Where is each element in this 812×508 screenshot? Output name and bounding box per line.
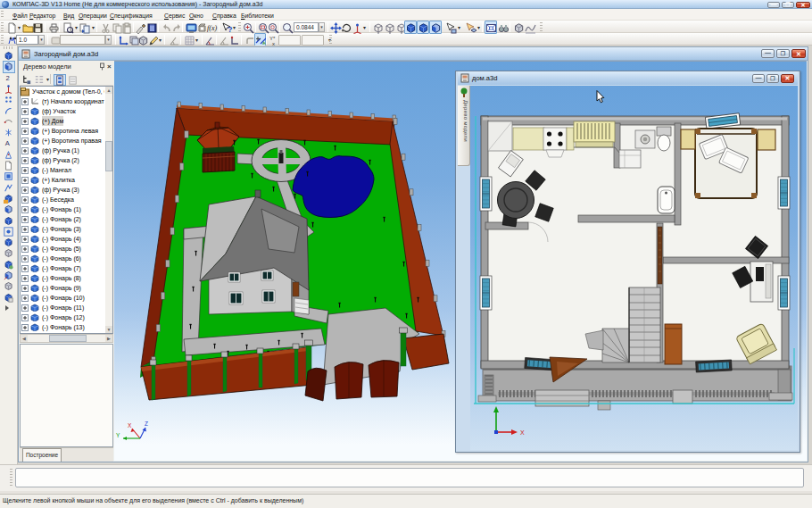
svg-text:A: A — [5, 140, 11, 148]
svg-text:Z: Z — [145, 421, 148, 427]
svg-text:X: X — [520, 429, 525, 436]
svg-text:2: 2 — [6, 74, 10, 82]
svg-text:Y: Y — [116, 432, 120, 438]
svg-text:f(x): f(x) — [207, 24, 217, 32]
svg-text:X: X — [128, 422, 132, 429]
